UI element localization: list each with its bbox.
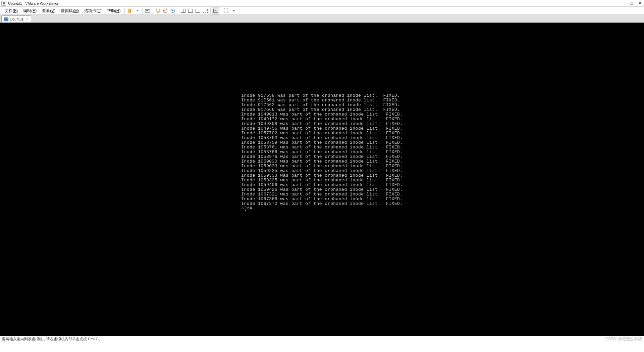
show-sidebar-button[interactable] — [179, 7, 187, 14]
menu-vm[interactable]: 虚拟机(M) — [58, 7, 82, 15]
toolbar-separator-3 — [178, 8, 178, 14]
sidebar-icon — [181, 9, 185, 13]
terminal-icon: >_ — [213, 9, 218, 13]
menu-file[interactable]: 文件(F) — [2, 7, 20, 15]
vm-console[interactable]: Inode 917558 was part of the orphaned in… — [0, 23, 644, 336]
svg-rect-3 — [149, 10, 149, 11]
svg-rect-2 — [147, 10, 148, 11]
revert-icon — [163, 8, 168, 13]
chevron-down-icon — [137, 10, 139, 11]
app-icon — [1, 1, 6, 6]
fullscreen-button[interactable] — [222, 7, 230, 14]
menu-separator — [124, 8, 125, 14]
menu-tabs[interactable]: 选项卡(T) — [82, 7, 104, 15]
svg-rect-1 — [146, 10, 147, 11]
toolbar-separator-1 — [142, 8, 143, 14]
bottombar-icon — [188, 9, 193, 13]
window-title: Ubuntu1 - VMware Workstation — [8, 1, 59, 5]
close-button[interactable]: ✕ — [637, 1, 643, 6]
close-tab-button[interactable]: × — [26, 17, 29, 21]
thumbnail-button[interactable] — [202, 7, 209, 14]
watermark: CSDN @兜兜里有糖 — [605, 336, 642, 342]
vm-icon — [4, 17, 8, 21]
minimize-button[interactable]: — — [621, 1, 627, 6]
menu-view[interactable]: 查看(V) — [39, 7, 58, 15]
console-view-button[interactable]: >_ — [212, 7, 219, 14]
tab-bar: Ubuntu1 × — [0, 15, 644, 23]
tab-ubuntu1[interactable]: Ubuntu1 × — [1, 15, 31, 22]
status-message: 要将输入定向到该虚拟机，请在虚拟机内部单击或按 Ctrl+G。 — [2, 337, 102, 342]
toolbar-separator-5 — [221, 8, 221, 14]
menu-bar: 文件(F) 编辑(E) 查看(V) 虚拟机(M) 选项卡(T) 帮助(H) >_ — [0, 7, 644, 15]
fullscreen-dropdown[interactable] — [230, 7, 237, 14]
chevron-down-icon — [233, 10, 235, 11]
fullscreen-icon — [224, 8, 228, 13]
svg-rect-0 — [145, 9, 150, 12]
toolbar-separator-2 — [153, 8, 153, 14]
snapshot-button[interactable] — [154, 7, 162, 14]
snapshot-manager-button[interactable] — [169, 7, 176, 14]
thumbnail-icon — [203, 9, 208, 13]
console-output: Inode 917558 was part of the orphaned in… — [241, 93, 402, 211]
power-dropdown[interactable] — [133, 7, 141, 14]
clock-icon — [156, 8, 160, 13]
pause-button[interactable] — [126, 7, 133, 14]
unity-button[interactable] — [194, 7, 202, 14]
keyboard-icon — [145, 8, 150, 13]
status-bar: 要将输入定向到该虚拟机，请在虚拟机内部单击或按 Ctrl+G。 CSDN @兜兜… — [0, 336, 644, 342]
maximize-button[interactable]: □ — [629, 1, 635, 6]
menu-edit[interactable]: 编辑(E) — [20, 7, 39, 15]
toolbar-separator-4 — [210, 8, 211, 14]
revert-snapshot-button[interactable] — [162, 7, 169, 14]
snapshot-tree-icon — [170, 8, 175, 13]
window-titlebar: Ubuntu1 - VMware Workstation — □ ✕ — [0, 0, 644, 7]
send-ctrl-alt-del-button[interactable] — [144, 7, 151, 14]
svg-point-7 — [172, 10, 173, 11]
pause-icon — [128, 9, 131, 13]
show-bottombar-button[interactable] — [187, 7, 194, 14]
menu-help[interactable]: 帮助(H) — [104, 7, 123, 15]
unity-icon — [196, 9, 200, 13]
tab-label: Ubuntu1 — [10, 17, 24, 21]
